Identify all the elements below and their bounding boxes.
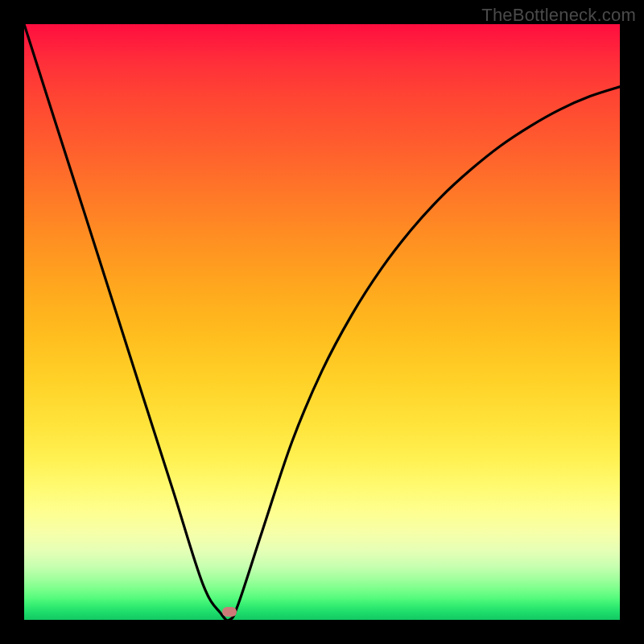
v-curve-path <box>24 24 620 620</box>
plot-area <box>24 24 620 620</box>
watermark-text: TheBottleneck.com <box>481 5 636 26</box>
curve-svg <box>24 24 620 620</box>
min-marker <box>222 607 237 617</box>
chart-frame: TheBottleneck.com <box>0 0 644 644</box>
